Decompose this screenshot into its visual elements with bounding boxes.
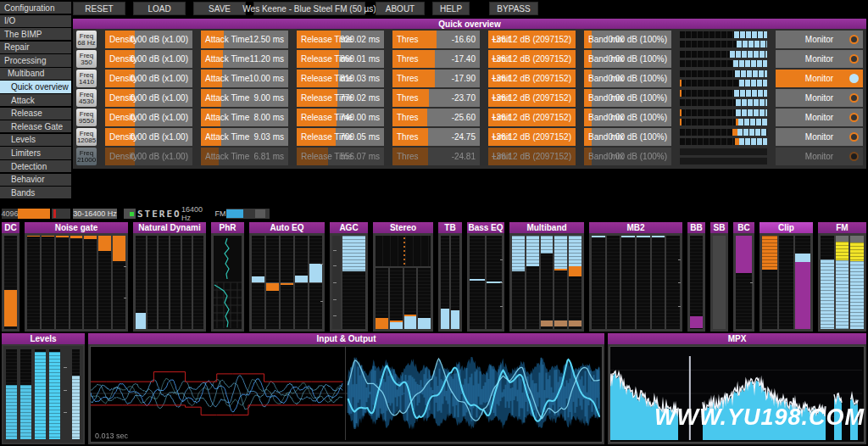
preset-title[interactable]: Wes Keene - Blue Steel FM (50 µs) [253, 2, 365, 15]
monitor-button[interactable]: Monitor [776, 148, 863, 165]
band-mix-slider[interactable]: Band mix0.00 dB (100%) [584, 31, 671, 48]
density-slider[interactable]: Density0.00 dB (x1.00) [105, 109, 192, 126]
monitor-button[interactable]: Monitor [776, 50, 863, 68]
panel-title-phr[interactable]: PhR [211, 222, 244, 233]
attack-time-slider[interactable]: Attack Time6.81 ms [201, 148, 288, 165]
limit-slider[interactable]: Limit+36.12 dB (2097152) [488, 128, 576, 146]
panel-title-clip[interactable]: Clip [760, 222, 813, 233]
release-time-slider[interactable]: Release Time770.02 ms [297, 89, 384, 107]
panel-title-bass-eq[interactable]: Bass EQ [467, 222, 504, 233]
density-slider[interactable]: Density0.00 dB (x1.00) [105, 70, 192, 87]
attack-time-slider[interactable]: Attack Time12.50 ms [201, 31, 288, 48]
save-button[interactable]: SAVE [193, 2, 246, 15]
sidebar-item-i-o[interactable]: I/O [0, 15, 71, 27]
attack-time-slider[interactable]: Attack Time9.00 ms [201, 89, 288, 107]
panel-title-sb[interactable]: SB [710, 222, 728, 233]
band-mix-slider[interactable]: Band mix0.00 dB (100%) [584, 89, 671, 107]
sidebar-item-bands[interactable]: Bands [0, 187, 71, 198]
threshold-slider[interactable]: Thres-24.75 [392, 128, 480, 146]
help-button[interactable]: HELP [432, 2, 470, 15]
release-time-slider[interactable]: Release Time860.01 ms [297, 50, 384, 68]
release-time-slider[interactable]: Release Time700.05 ms [297, 128, 384, 146]
density-slider[interactable]: Density0.00 dB (x1.00) [105, 148, 192, 165]
freq-button-21000[interactable]: Freq21000 [76, 148, 97, 165]
release-time-slider[interactable]: Release Time810.03 ms [297, 70, 384, 87]
panel-title-tb[interactable]: TB [438, 222, 462, 233]
panel-title-auto-eq[interactable]: Auto EQ [249, 222, 325, 233]
freq-button-350[interactable]: Freq350 [76, 50, 97, 68]
sidebar-item-multiband[interactable]: Multiband [0, 68, 71, 80]
attack-time-slider[interactable]: Attack Time9.03 ms [201, 128, 288, 146]
density-slider[interactable]: Density0.00 dB (x1.00) [105, 31, 192, 48]
freq-button-12085[interactable]: Freq12085 [76, 128, 97, 146]
mpx-panel-title[interactable]: MPX [608, 333, 866, 344]
panel-title-fm[interactable]: FM [818, 222, 866, 233]
panel-title-dc[interactable]: DC [2, 222, 19, 233]
bypass-button[interactable]: BYPASS [489, 2, 538, 15]
monitor-button[interactable]: Monitor [776, 128, 863, 146]
levels-panel-title[interactable]: Levels [2, 333, 85, 344]
threshold-slider[interactable]: Thres-24.81 [392, 148, 480, 165]
sidebar-item-behavior[interactable]: Behavior [0, 174, 71, 186]
freq-button-4530[interactable]: Freq4530 [76, 89, 97, 107]
density-slider[interactable]: Density0.00 dB (x1.00) [105, 89, 192, 107]
panel-title-bc[interactable]: BC [733, 222, 754, 233]
threshold-slider[interactable]: Thres-25.60 [392, 109, 480, 126]
band-mix-slider[interactable]: Band mix0.00 dB (100%) [584, 70, 671, 87]
limit-slider[interactable]: Limit+36.12 dB (2097152) [488, 31, 576, 48]
load-button[interactable]: LOAD [133, 2, 186, 15]
attack-time-slider[interactable]: Attack Time10.00 ms [201, 70, 288, 87]
input-output-panel-title[interactable]: Input & Output [88, 333, 604, 344]
panel-title-agc[interactable]: AGC [330, 222, 368, 233]
sidebar-item-limiters[interactable]: Limiters [0, 147, 71, 159]
freq-button-68-hz[interactable]: Freq68 Hz [76, 31, 97, 48]
band-mix-slider[interactable]: Band mix0.00 dB (100%) [584, 148, 671, 165]
band-mix-slider[interactable]: Band mix0.00 dB (100%) [584, 109, 671, 126]
reset-button[interactable]: RESET [73, 2, 125, 15]
sidebar-item-release-gate[interactable]: Release Gate [0, 120, 71, 132]
about-button[interactable]: ABOUT [376, 2, 425, 15]
limit-slider[interactable]: Limit+36.12 dB (2097152) [488, 50, 576, 68]
meter-well [637, 236, 650, 329]
release-time-slider[interactable]: Release Time920.02 ms [297, 31, 384, 48]
sidebar-item-detection[interactable]: Detection [0, 160, 71, 172]
monitor-button[interactable]: Monitor [776, 89, 863, 107]
band-mix-slider[interactable]: Band mix0.00 dB (100%) [584, 50, 671, 68]
monitor-button[interactable]: Monitor [776, 70, 863, 87]
limit-slider[interactable]: Limit+36.12 dB (2097152) [488, 70, 576, 87]
sidebar-item-configuration[interactable]: Configuration [0, 2, 71, 14]
density-slider[interactable]: Density0.00 dB (x1.00) [105, 50, 192, 68]
attack-time-slider[interactable]: Attack Time11.20 ms [201, 50, 288, 68]
sidebar-item-levels[interactable]: Levels [0, 134, 71, 146]
monitor-button[interactable]: Monitor [776, 31, 863, 48]
panel-title-stereo[interactable]: Stereo [373, 222, 433, 233]
panel-title-natural-dynami[interactable]: Natural Dynami [133, 222, 206, 233]
panel-title-bb[interactable]: BB [687, 222, 705, 233]
fm-track-handle[interactable] [255, 209, 265, 218]
sidebar-item-repair[interactable]: Repair [0, 42, 71, 53]
limit-slider[interactable]: Limit+36.12 dB (2097152) [488, 109, 576, 126]
band-mix-slider[interactable]: Band mix0.00 dB (100%) [584, 128, 671, 146]
threshold-slider[interactable]: Thres-17.40 [392, 50, 480, 68]
release-time-slider[interactable]: Release Time740.00 ms [297, 109, 384, 126]
limit-slider[interactable]: Limit+36.12 dB (2097152) [488, 148, 576, 165]
attack-time-slider[interactable]: Attack Time8.00 ms [201, 109, 288, 126]
sidebar-item-release[interactable]: Release [0, 108, 71, 120]
sidebar-item-processing[interactable]: Processing [0, 54, 71, 66]
threshold-slider[interactable]: Thres-23.70 [392, 89, 480, 107]
limit-slider[interactable]: Limit+36.12 dB (2097152) [488, 89, 576, 107]
panel-title-mb2[interactable]: MB2 [589, 222, 682, 233]
monitor-button[interactable]: Monitor [776, 109, 863, 126]
threshold-slider[interactable]: Thres-16.60 [392, 31, 480, 48]
frequency-range-button[interactable]: 30-16400 Hz [73, 209, 117, 219]
sidebar-item-the-bimp[interactable]: The BIMP [0, 28, 71, 40]
panel-title-multiband[interactable]: Multiband [509, 222, 584, 233]
release-time-slider[interactable]: Release Time556.07 ms [297, 148, 384, 165]
freq-button-1410[interactable]: Freq1410 [76, 70, 97, 87]
sidebar-item-quick-overview[interactable]: Quick overview [0, 81, 71, 92]
density-slider[interactable]: Density0.00 dB (x1.00) [105, 128, 192, 146]
freq-button-9550[interactable]: Freq9550 [76, 109, 97, 126]
sidebar-item-attack[interactable]: Attack [0, 94, 71, 106]
threshold-slider[interactable]: Thres-17.90 [392, 70, 480, 87]
panel-title-noise-gate[interactable]: Noise gate [25, 222, 128, 233]
